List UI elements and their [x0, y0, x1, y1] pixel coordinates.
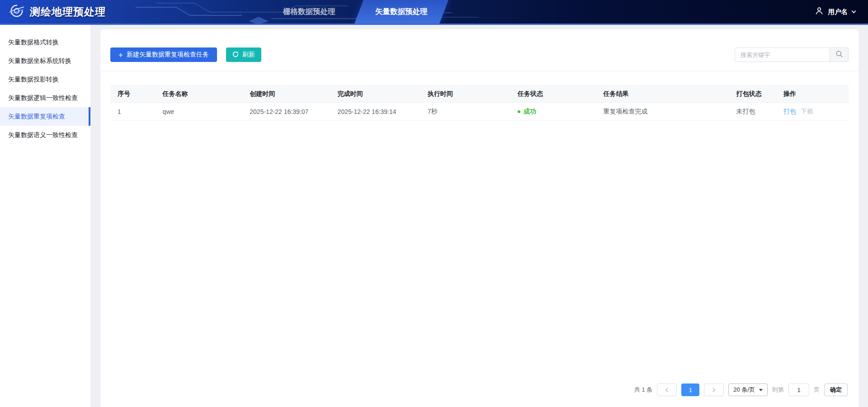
col-completed-time: 完成时间 — [330, 85, 420, 103]
cell-task-name: qwe — [156, 103, 243, 121]
page-size-select[interactable]: 20 条/页 — [728, 383, 768, 396]
sidebar-item-format-conversion[interactable]: 矢量数据格式转换 — [0, 33, 90, 52]
goto-suffix-label: 页 — [814, 386, 820, 394]
search-input[interactable] — [735, 47, 830, 62]
sidebar-item-logic-consistency-check[interactable]: 矢量数据逻辑一致性检查 — [0, 89, 90, 107]
cell-completed-time: 2025-12-22 16:39:14 — [330, 103, 420, 121]
user-name: 用户名 — [828, 8, 848, 16]
sidebar-item-coordinate-conversion[interactable]: 矢量数据坐标系统转换 — [0, 52, 90, 70]
page-number-button[interactable]: 1 — [681, 383, 699, 396]
col-status: 任务状态 — [510, 85, 596, 103]
download-action-link[interactable]: 下载 — [801, 108, 813, 115]
top-tabs: 栅格数据预处理 矢量数据预处理 — [271, 0, 443, 24]
brand: 测绘地理预处理 — [0, 3, 106, 20]
app-logo-icon — [9, 3, 24, 20]
sidebar-item-duplicate-check[interactable]: 矢量数据重复项检查 — [0, 107, 90, 126]
user-icon — [815, 6, 824, 17]
search-button[interactable] — [830, 47, 849, 62]
sidebar-item-semantic-consistency-check[interactable]: 矢量数据语义一致性检查 — [0, 126, 90, 144]
app-title: 测绘地理预处理 — [29, 5, 106, 19]
refresh-button[interactable]: 刷新 — [226, 47, 261, 62]
search-icon — [835, 50, 843, 59]
tab-vector-preprocess[interactable]: 矢量数据预处理 — [354, 0, 448, 24]
col-task-name: 任务名称 — [156, 85, 243, 103]
task-table: 序号 任务名称 创建时间 完成时间 执行时间 任务状态 任务结果 打包状态 操作 — [110, 85, 849, 121]
col-created-time: 创建时间 — [242, 85, 330, 103]
content-card: + 新建矢量数据重复项检查任务 刷新 — [100, 29, 859, 407]
chevron-right-icon — [711, 388, 716, 392]
status-dot-icon — [518, 110, 520, 113]
search-box — [735, 47, 849, 62]
prev-page-button[interactable] — [657, 383, 677, 396]
cell-index: 1 — [110, 103, 156, 121]
app-header: 测绘地理预处理 栅格数据预处理 矢量数据预处理 用户名 — [0, 0, 868, 25]
app-root: 测绘地理预处理 栅格数据预处理 矢量数据预处理 用户名 — [0, 0, 868, 407]
goto-prefix-label: 到第 — [772, 386, 784, 394]
refresh-icon — [232, 51, 239, 59]
col-duration: 执行时间 — [420, 85, 510, 103]
cell-actions: 打包下载 — [776, 103, 849, 121]
col-package-status: 打包状态 — [729, 85, 776, 103]
cell-created-time: 2025-12-22 16:39:07 — [242, 103, 330, 121]
col-index: 序号 — [110, 85, 156, 103]
task-table-wrap: 序号 任务名称 创建时间 完成时间 执行时间 任务状态 任务结果 打包状态 操作 — [110, 85, 849, 121]
chevron-down-icon — [852, 9, 856, 14]
next-page-button[interactable] — [704, 383, 724, 396]
sidebar-item-projection-conversion[interactable]: 矢量数据投影转换 — [0, 70, 90, 89]
toolbar: + 新建矢量数据重复项检查任务 刷新 — [100, 29, 859, 71]
goto-confirm-button[interactable]: 确定 — [824, 383, 848, 396]
goto-page-input[interactable] — [788, 383, 809, 396]
chevron-left-icon — [665, 388, 670, 392]
cell-status: 成功 — [510, 103, 596, 121]
sidebar: 矢量数据格式转换 矢量数据坐标系统转换 矢量数据投影转换 矢量数据逻辑一致性检查… — [0, 25, 90, 407]
total-count-label: 共 1 条 — [634, 386, 652, 394]
cell-duration: 7秒 — [420, 103, 510, 121]
cell-result: 重复项检查完成 — [596, 103, 729, 121]
user-menu[interactable]: 用户名 — [815, 0, 856, 24]
tab-raster-preprocess[interactable]: 栅格数据预处理 — [271, 0, 347, 24]
pagination: 共 1 条 1 20 条/页 到第 页 确定 — [100, 383, 859, 407]
cell-package-status: 未打包 — [729, 103, 776, 121]
package-action-link[interactable]: 打包 — [783, 108, 796, 115]
col-result: 任务结果 — [596, 85, 729, 103]
table-row: 1 qwe 2025-12-22 16:39:07 2025-12-22 16:… — [110, 103, 849, 121]
main-content: + 新建矢量数据重复项检查任务 刷新 — [90, 25, 868, 407]
caret-down-icon — [759, 389, 763, 391]
col-actions: 操作 — [776, 85, 849, 103]
new-task-button[interactable]: + 新建矢量数据重复项检查任务 — [110, 47, 217, 62]
table-header-row: 序号 任务名称 创建时间 完成时间 执行时间 任务状态 任务结果 打包状态 操作 — [110, 85, 849, 103]
status-text: 成功 — [524, 108, 536, 115]
plus-icon: + — [118, 51, 123, 59]
